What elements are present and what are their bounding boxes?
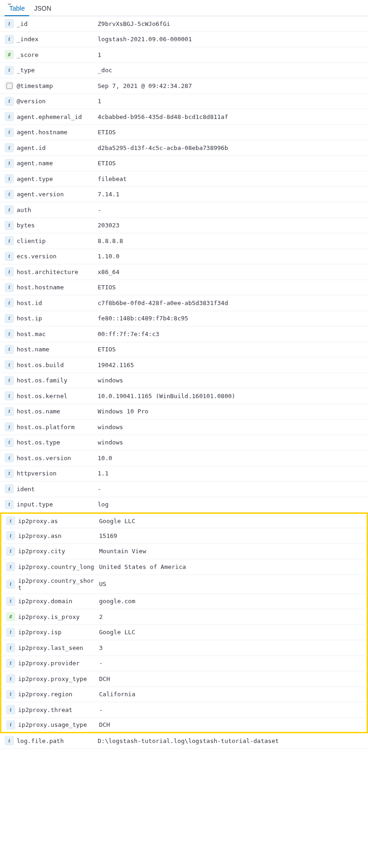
field-row[interactable]: tip2proxy.asGoogle LLC (0, 512, 368, 528)
field-name: ident (17, 486, 98, 493)
field-row[interactable]: thost.os.version10.0 (0, 450, 368, 466)
field-row[interactable]: tclientip8.8.8.8 (0, 233, 368, 249)
field-type-icon: # (5, 50, 14, 59)
field-row[interactable]: tip2proxy.proxy_typeDCH (0, 671, 368, 687)
field-row[interactable]: tident- (0, 481, 368, 497)
field-value: filebeat (98, 175, 368, 182)
field-type-icon: t (5, 345, 14, 354)
field-row[interactable]: thost.nameETIOS (0, 342, 368, 358)
field-row[interactable]: @timestampSep 7, 2021 @ 09:42:34.287 (0, 78, 368, 94)
field-row[interactable]: tagent.ephemeral_id4cbabbed-b956-435d-8d… (0, 109, 368, 125)
field-row[interactable]: tip2proxy.last_seen3 (0, 640, 368, 656)
field-row[interactable]: tauth- (0, 202, 368, 218)
field-value: x86_64 (98, 269, 368, 275)
field-row[interactable]: tip2proxy.domaingoogle.com (0, 594, 368, 610)
field-name: ip2proxy.threat (18, 706, 99, 713)
field-row[interactable]: thost.mac00:ff:7f:7e:f4:c3 (0, 326, 368, 342)
field-name: host.os.build (17, 362, 98, 368)
field-value: Sep 7, 2021 @ 09:42:34.287 (98, 82, 368, 89)
field-type-icon: t (5, 376, 14, 385)
field-value: D:\logstash-tutorial.log\logstash-tutori… (98, 737, 368, 744)
field-row[interactable]: tinput.typelog (0, 497, 368, 513)
field-row[interactable]: t_type_doc (0, 63, 368, 79)
field-row[interactable]: thttpversion1.1 (0, 466, 368, 482)
field-type-icon: t (5, 252, 14, 261)
field-row[interactable]: tlog.file.pathD:\logstash-tutorial.log\l… (0, 733, 368, 749)
tab-table[interactable]: Table (5, 0, 29, 16)
field-value: 19042.1165 (98, 362, 368, 368)
field-row[interactable]: thost.os.nameWindows 10 Pro (0, 404, 368, 420)
field-row[interactable]: thost.ipfe80::148b:c489:f7b4:8c95 (0, 311, 368, 327)
field-row[interactable]: tagent.idd2ba5295-d13f-4c5c-acba-08eba73… (0, 140, 368, 156)
field-row[interactable]: thost.architecturex86_64 (0, 264, 368, 280)
field-row[interactable]: tip2proxy.asn15169 (0, 528, 368, 544)
field-type-icon: t (6, 659, 15, 668)
field-name: httpversion (17, 470, 98, 477)
field-value: 10.0 (98, 455, 368, 462)
field-name: ip2proxy.provider (18, 660, 99, 667)
field-name: log.file.path (17, 737, 98, 744)
field-value: ETIOS (98, 284, 368, 291)
field-row[interactable]: thost.os.build19042.1165 (0, 357, 368, 373)
field-value: US (99, 581, 367, 587)
field-row[interactable]: thost.os.familywindows (0, 373, 368, 389)
field-row[interactable]: tagent.hostnameETIOS (0, 125, 368, 141)
field-type-icon (5, 81, 14, 90)
field-row[interactable]: tip2proxy.country_longUnited States of A… (0, 559, 368, 575)
field-name: agent.hostname (17, 129, 98, 136)
field-row[interactable]: tagent.nameETIOS (0, 156, 368, 172)
field-row[interactable]: tip2proxy.ispGoogle LLC (0, 625, 368, 641)
field-row[interactable]: tecs.version1.10.0 (0, 249, 368, 265)
field-row[interactable]: tip2proxy.threat- (0, 702, 368, 718)
field-name: ip2proxy.asn (18, 532, 99, 539)
field-name: _score (17, 51, 98, 58)
field-value: Windows 10 Pro (98, 408, 368, 415)
field-value: 00:ff:7f:7e:f4:c3 (98, 331, 368, 337)
field-row[interactable]: thost.hostnameETIOS (0, 280, 368, 296)
field-row[interactable]: thost.os.platformwindows (0, 419, 368, 435)
field-row[interactable]: tbytes203023 (0, 218, 368, 234)
field-type-icon: t (6, 597, 15, 606)
field-value: - (99, 706, 367, 713)
field-type-icon: t (5, 360, 14, 369)
field-name: ecs.version (17, 253, 98, 260)
field-type-icon: t (5, 469, 14, 478)
field-value: Mountain View (99, 548, 367, 555)
tab-json[interactable]: JSON (29, 0, 56, 16)
field-row[interactable]: t_idZ9brvXsBGJ-5cWJo6fGi (0, 16, 368, 32)
field-row[interactable]: #ip2proxy.is_proxy2 (0, 609, 368, 625)
field-name: _id (17, 20, 98, 27)
field-type-icon: t (6, 580, 15, 589)
field-row[interactable]: thost.os.kernel10.0.19041.1165 (WinBuild… (0, 388, 368, 404)
field-row[interactable]: tip2proxy.regionCalifornia (0, 687, 368, 703)
field-row[interactable]: thost.idc7f8b6be-0f0d-428f-a0ee-ab5d3831… (0, 295, 368, 311)
field-row[interactable]: t_indexlogstash-2021.09.06-000001 (0, 32, 368, 48)
field-name: host.ip (17, 315, 98, 322)
field-value: c7f8b6be-0f0d-428f-a0ee-ab5d3831f34d (98, 300, 368, 306)
field-row[interactable]: thost.os.typewindows (0, 435, 368, 451)
field-row[interactable]: t@version1 (0, 94, 368, 110)
field-row[interactable]: tip2proxy.country_shortUS (0, 575, 368, 594)
field-type-icon: t (6, 516, 15, 525)
field-type-icon: t (5, 736, 14, 745)
field-value: California (99, 691, 367, 698)
field-value: 3 (99, 644, 367, 651)
field-type-icon: t (5, 221, 14, 230)
field-type-icon: t (5, 159, 14, 168)
field-name: agent.name (17, 160, 98, 167)
field-row[interactable]: tip2proxy.usage_typeDCH (0, 718, 368, 734)
field-type-icon: t (5, 329, 14, 338)
field-type-icon: t (5, 422, 14, 431)
field-name: auth (17, 206, 98, 213)
field-row[interactable]: tip2proxy.provider- (0, 656, 368, 672)
field-type-icon: t (5, 35, 14, 44)
field-value: 4cbabbed-b956-435d-8d48-bcd1c8d811af (98, 113, 368, 120)
field-value: windows (98, 424, 368, 431)
field-type-icon: t (5, 128, 14, 137)
field-value: _doc (98, 67, 368, 74)
field-row[interactable]: tip2proxy.cityMountain View (0, 544, 368, 560)
field-row[interactable]: tagent.version7.14.1 (0, 187, 368, 203)
field-row[interactable]: #_score1 (0, 47, 368, 63)
field-row[interactable]: tagent.typefilebeat (0, 171, 368, 187)
field-name: ip2proxy.region (18, 691, 99, 698)
